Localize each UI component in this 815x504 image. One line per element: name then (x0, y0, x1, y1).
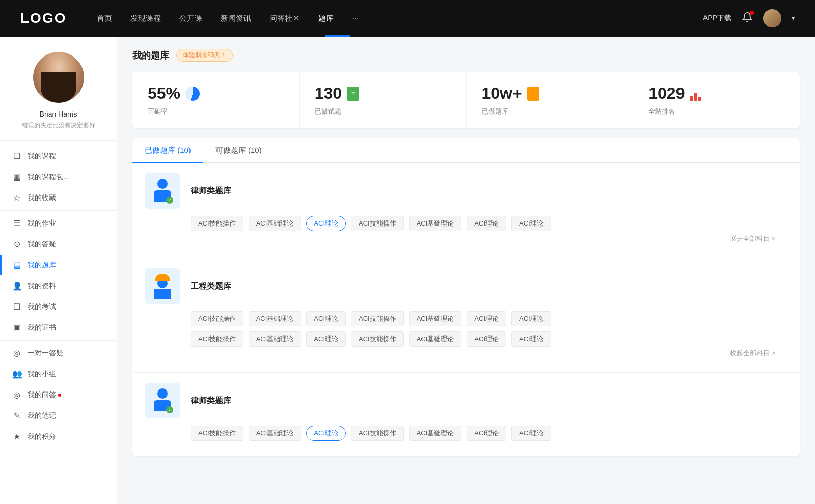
unread-dot (58, 394, 61, 397)
notes-icon: ✎ (12, 411, 21, 421)
stat-banks-value: 10w+ (482, 84, 522, 103)
nav-item-open-course[interactable]: 公开课 (179, 14, 202, 23)
sidebar-item-1on1[interactable]: ◎ 一对一答疑 (0, 343, 117, 363)
tab-available-banks[interactable]: 可做题库 (10) (203, 138, 274, 162)
tag-item[interactable]: ACI基础理论 (249, 311, 302, 326)
1on1-icon: ◎ (12, 348, 21, 358)
tag-item[interactable]: ACI基础理论 (409, 311, 462, 326)
collapse-link-engineer[interactable]: 收起全部科目 > (145, 347, 787, 362)
stat-accuracy: 55% 正确率 (132, 72, 300, 128)
tag-item[interactable]: ACI理论 (306, 311, 346, 326)
app-download-button[interactable]: APP下载 (703, 14, 731, 23)
avatar[interactable] (763, 9, 781, 27)
sidebar-menu: ☐ 我的课程 ▦ 我的课程包... ☆ 我的收藏 ☰ 我的作业 ⊙ 我的答疑 ▤ (0, 141, 117, 452)
qbank-icon-engineer (145, 268, 180, 304)
stat-done-label: 已做试题 (315, 107, 451, 116)
stat-banks-value-row: 10w+ ≡ (482, 84, 618, 103)
tabs-container: 已做题库 (10) 可做题库 (10) ✓ (132, 138, 800, 456)
nav-item-qa[interactable]: 问答社区 (269, 14, 300, 23)
qbank-tags-lawyer-1: ACI技能操作 ACI基础理论 ACI理论 ACI技能操作 ACI基础理论 AC… (145, 216, 787, 231)
tag-item-active[interactable]: ACI理论 (306, 216, 346, 231)
tag-item[interactable]: ACI基础理论 (249, 331, 302, 347)
myqa-icon: ◎ (12, 390, 21, 400)
page-layout: Brian Harris 错误的决定比没有决定要好 ☐ 我的课程 ▦ 我的课程包… (0, 37, 815, 504)
qbank-tags-lawyer-2: ACI技能操作 ACI基础理论 ACI理论 ACI技能操作 ACI基础理论 AC… (145, 426, 787, 441)
tag-item[interactable]: ACI技能操作 (351, 216, 404, 231)
nav-item-qbank[interactable]: 题库 (318, 14, 334, 23)
sidebar-item-course-package[interactable]: ▦ 我的课程包... (0, 166, 117, 187)
sidebar-item-certificate[interactable]: ▣ 我的证书 (0, 317, 117, 338)
tag-item[interactable]: ACI基础理论 (409, 331, 462, 347)
tag-item[interactable]: ACI基础理论 (409, 216, 462, 231)
tag-item[interactable]: ACI技能操作 (191, 311, 243, 326)
sidebar-item-group[interactable]: 👥 我的小组 (0, 363, 117, 384)
engineer-figure-icon (154, 274, 171, 299)
sidebar-item-favorites[interactable]: ☆ 我的收藏 (0, 187, 117, 208)
nav-active-indicator (325, 35, 350, 37)
tag-item[interactable]: ACI技能操作 (191, 331, 243, 347)
stat-ranking: 1029 全站排名 (633, 72, 800, 128)
navbar-right: APP下载 ▾ (703, 9, 795, 27)
tag-item[interactable]: ACI理论 (467, 311, 506, 326)
sidebar: Brian Harris 错误的决定比没有决定要好 ☐ 我的课程 ▦ 我的课程包… (0, 37, 117, 504)
qbank-header-engineer: 工程类题库 (145, 268, 787, 304)
tag-item[interactable]: ACI技能操作 (191, 216, 243, 231)
tag-item[interactable]: ACI基础理论 (409, 426, 462, 441)
course-package-icon: ▦ (12, 172, 21, 182)
qbank-icon-lawyer-2: ✓ (145, 383, 180, 418)
tag-item[interactable]: ACI理论 (306, 331, 346, 347)
profile-icon: 👤 (12, 281, 21, 291)
bar-chart-icon (690, 87, 704, 101)
sidebar-item-points[interactable]: ★ 我的积分 (0, 426, 117, 447)
tag-item[interactable]: ACI基础理论 (249, 216, 302, 231)
nav-item-home[interactable]: 首页 (97, 14, 112, 23)
tag-item[interactable]: ACI技能操作 (351, 331, 404, 347)
expand-link-lawyer-1[interactable]: 展开全部科目 > (145, 231, 787, 247)
sidebar-item-qa[interactable]: ⊙ 我的答疑 (0, 234, 117, 255)
sidebar-divider (0, 210, 117, 211)
tag-item[interactable]: ACI技能操作 (191, 426, 243, 441)
tag-item[interactable]: ACI理论 (467, 426, 506, 441)
sidebar-item-qbank[interactable]: ▤ 我的题库 (0, 255, 117, 275)
list-icon: ≡ (527, 87, 539, 101)
sidebar-profile: Brian Harris 错误的决定比没有决定要好 (0, 37, 117, 141)
user-dropdown-arrow-icon[interactable]: ▾ (792, 15, 795, 22)
sidebar-item-profile[interactable]: 👤 我的资料 (0, 275, 117, 296)
trial-badge: 体验剩余23天！ (176, 49, 233, 62)
tab-done-banks[interactable]: 已做题库 (10) (132, 138, 203, 162)
tag-item-active[interactable]: ACI理论 (306, 426, 346, 441)
tag-item[interactable]: ACI理论 (467, 216, 506, 231)
tag-item[interactable]: ACI技能操作 (351, 311, 404, 326)
qbank-tags-engineer-row1: ACI技能操作 ACI基础理论 ACI理论 ACI技能操作 ACI基础理论 AC… (145, 311, 787, 326)
pie-chart-icon (185, 87, 200, 101)
sidebar-item-notes[interactable]: ✎ 我的笔记 (0, 405, 117, 426)
tag-item[interactable]: ACI基础理论 (249, 426, 302, 441)
sidebar-item-course[interactable]: ☐ 我的课程 (0, 146, 117, 166)
lawyer-figure-icon: ✓ (152, 179, 173, 203)
stat-done-banks: 10w+ ≡ 已做题库 (467, 72, 634, 128)
nav-item-discover[interactable]: 发现课程 (130, 14, 161, 23)
qbank-card-engineer: 工程类题库 ACI技能操作 ACI基础理论 ACI理论 ACI技能操作 ACI基… (132, 258, 800, 373)
tag-item[interactable]: ACI理论 (511, 426, 551, 441)
tag-item[interactable]: ACI理论 (511, 331, 551, 347)
content-tabs: 已做题库 (10) 可做题库 (10) (132, 138, 800, 163)
qbank-name-lawyer-2: 律师类题库 (191, 396, 231, 406)
page-title: 我的题库 (132, 49, 169, 62)
sidebar-item-exam[interactable]: ☐ 我的考试 (0, 296, 117, 317)
qbank-header-lawyer-2: ✓ 律师类题库 (145, 383, 787, 418)
tag-item[interactable]: ACI理论 (467, 331, 506, 347)
sidebar-item-myqa[interactable]: ◎ 我的问答 (0, 384, 117, 405)
stat-accuracy-label: 正确率 (148, 107, 284, 116)
tag-item[interactable]: ACI理论 (511, 311, 551, 326)
qbank-card-lawyer-2: ✓ 律师类题库 ACI技能操作 ACI基础理论 ACI理论 ACI技能操作 AC… (132, 373, 800, 456)
sidebar-item-homework[interactable]: ☰ 我的作业 (0, 213, 117, 234)
stat-rank-value-row: 1029 (648, 84, 784, 103)
notification-bell-icon[interactable] (742, 12, 753, 25)
lawyer-figure-icon-2: ✓ (152, 388, 173, 413)
qbank-name-lawyer-1: 律师类题库 (191, 186, 231, 197)
sidebar-divider-2 (0, 340, 117, 341)
nav-item-more[interactable]: ··· (352, 14, 359, 23)
tag-item[interactable]: ACI理论 (511, 216, 551, 231)
tag-item[interactable]: ACI技能操作 (351, 426, 404, 441)
nav-item-news[interactable]: 新闻资讯 (221, 14, 251, 23)
